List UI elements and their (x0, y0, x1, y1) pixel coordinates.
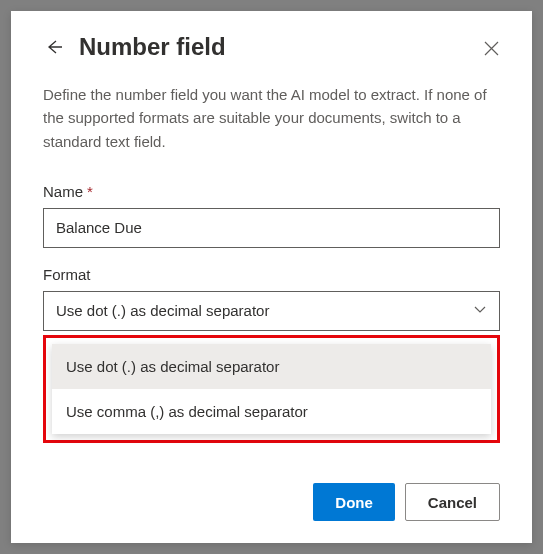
cancel-button[interactable]: Cancel (405, 483, 500, 521)
format-field-group: Format Use dot (.) as decimal separator … (43, 266, 500, 443)
required-asterisk: * (87, 183, 93, 200)
name-input[interactable] (43, 208, 500, 248)
dialog-description: Define the number field you want the AI … (43, 83, 500, 153)
number-field-dialog: Number field Define the number field you… (11, 11, 532, 543)
format-select[interactable]: Use dot (.) as decimal separator (43, 291, 500, 331)
format-option-comma[interactable]: Use comma (,) as decimal separator (52, 389, 491, 434)
format-dropdown-list: Use dot (.) as decimal separator Use com… (52, 344, 491, 434)
format-dropdown-highlight: Use dot (.) as decimal separator Use com… (43, 335, 500, 443)
format-label: Format (43, 266, 500, 283)
dialog-footer: Done Cancel (313, 483, 500, 521)
dialog-header: Number field (43, 33, 500, 61)
name-field-group: Name * (43, 183, 500, 248)
dialog-title: Number field (79, 33, 226, 61)
close-icon[interactable] (482, 39, 500, 57)
back-arrow-icon[interactable] (43, 36, 65, 58)
format-label-text: Format (43, 266, 91, 283)
format-selected-value: Use dot (.) as decimal separator (56, 302, 269, 319)
name-label-text: Name (43, 183, 83, 200)
done-button[interactable]: Done (313, 483, 395, 521)
name-label: Name * (43, 183, 500, 200)
chevron-down-icon (473, 302, 487, 319)
format-option-dot[interactable]: Use dot (.) as decimal separator (52, 344, 491, 389)
